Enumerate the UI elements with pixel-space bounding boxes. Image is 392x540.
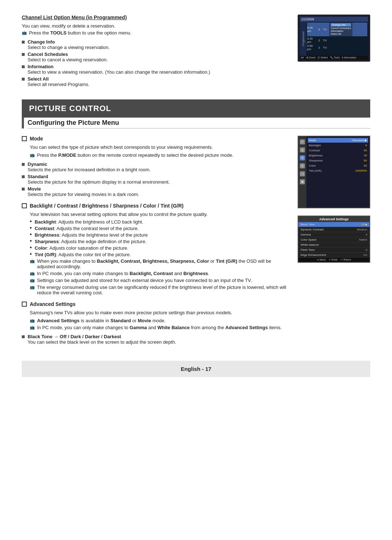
tv-date: 1/1/2009 [301,17,314,21]
dynamic-label: Dynamic [28,161,47,167]
movie-desc: Selects the picture for viewing movies i… [28,192,139,197]
advanced-heading-row: Advanced Settings [22,301,287,307]
advanced-section: Advanced Settings Samsung's new TVs allo… [22,301,287,345]
note-icon-adv1: 📺 [30,318,35,323]
pic-row-color-value: 50 [364,164,367,167]
backlight-note3-text: Settings can be adjusted and stored for … [37,278,252,283]
standard-bullet [22,175,25,178]
brightness-text: Brightness: Adjusts the brightness level… [35,232,148,238]
adv-black-label: Black Tone [301,223,315,226]
tv-main-time: 9:08 am [307,26,317,33]
contrast-text: Contrast: Adjusts the contrast level of … [35,226,139,231]
tv-row2-type: TV [323,46,328,49]
tv-bar-info: ℹ Information [342,56,356,59]
advanced-note2: 📺 In PC mode, you can only make changes … [30,325,287,330]
top-tools-note: 📺 Press the TOOLS button to use the opti… [22,30,287,36]
note-icon-1: 📺 [22,30,27,35]
tv-pic-row-brightness: Brightness 45 [308,153,368,158]
movie-item: Movie Selects the picture for viewing mo… [22,186,287,197]
contrast-dot: • [30,225,32,231]
bullet-square-3 [22,65,25,68]
advanced-checkbox-icon [22,302,27,307]
tv-row1-type: TV [323,39,328,42]
color-text: Color: Adjusts color saturation of the p… [35,245,128,251]
pic-row-mode-value: : Standard [351,139,364,142]
tv-adv-row-black: Black Tone Off ▶ [298,222,369,227]
backlight-section: Backlight / Contrast / Brightness / Shar… [22,203,287,296]
brightness-item: • Brightness: Adjusts the brightness lev… [30,232,287,238]
tv-row1-ch: 2 [318,39,322,42]
bullet-change-info-content: Change Info Select to change a viewing r… [28,39,110,50]
backlight-text: Backlight: Adjusts the brightness of LCD… [35,219,143,225]
backlight-heading-row: Backlight / Contrast / Brightness / Shar… [22,203,287,209]
backlight-note3: 📺 Settings can be adjusted and stored fo… [30,278,287,283]
backlight-note2: 📺 In PC mode, you can only make changes … [30,271,287,276]
dynamic-bullet [22,163,25,166]
tv-pic-icon-4: ◎ [300,163,305,168]
pic-row-sharpness-value: 50 [364,159,367,162]
backlight-checkbox-icon [22,203,27,208]
bullet-select-all: Select All Select all reserved Programs. [22,76,287,87]
standard-item: Standard Selects the picture for the opt… [22,174,287,185]
tv-row-main: 9:08 am 5 TV Change Info Cancel Schedule… [307,22,367,36]
black-tone-item: Black Tone → Off / Dark / Darker / Darke… [22,334,287,345]
movie-label: Movie [28,186,41,192]
configuring-bar [22,118,24,128]
tv-menu-info: Information [331,30,351,32]
information-label: Information [28,64,54,69]
change-info-desc: Select to change a viewing reservation. [28,45,110,50]
black-tone-bullet [22,335,25,338]
top-tv-screen: 1/1/2009 Programmed 9:08 am 5 TV Change … [298,15,370,89]
advanced-settings-tv: Advanced Settings Black Tone Off ▶ Dynam… [298,216,370,263]
sharpness-dot: • [30,238,32,244]
pic-row-tint-label: Tint (G/R) [309,169,322,172]
pic-row-brightness-label: Brightness [309,154,323,157]
adv-wb-label: White balance [301,243,319,246]
tv-main-type: TV [323,28,328,31]
adv-colorspace-value: Native [359,238,367,241]
adv-dcontrast-value: Medium [357,228,367,231]
tv-pic-sidebar: P Q ⚙ ◎ ◁ ▦ [298,136,306,208]
tv-adv-row-dcontrast: Dynamic Contrast Medium [298,227,369,232]
tv-pic-icon-2: Q [300,147,305,152]
main-content: Mode You can select the type of picture … [22,136,370,346]
tv-bar-zoom: ⊞ Zoom [306,56,316,59]
tv-pic-row-sharpness: Sharpness 50 [308,158,368,163]
pic-row-sharpness-label: Sharpness [309,159,323,162]
select-all-label: Select All [28,76,49,82]
tv-pic-icon-5: ◁ [300,171,305,176]
mode-note: 📺 Press the P.MODE button on the remote … [30,152,287,158]
tv-adv-row-wb: White balance [298,242,369,248]
tv-row-1: 3:15 pm 2 TV [307,37,367,44]
movie-bullet [22,188,25,191]
mode-section: Mode You can select the type of picture … [22,136,287,197]
mode-heading: Mode [30,136,43,142]
tv-pic-row-mode: Mode : Standard ▶ [308,138,368,143]
tv-bar-tools: 🔧 Tools [330,56,340,59]
tint-text: Tint (G/R): Adjusts the color tint of th… [35,252,131,257]
note-icon-bl3: 📺 [30,278,35,283]
bullet-square-2 [22,53,25,56]
color-dot: • [30,245,32,250]
configuring-title: Configuring the Picture Menu [28,118,370,128]
top-intro2: Press the TOOLS button to use the option… [29,30,131,36]
contrast-item: • Contrast: Adjusts the contrast level o… [30,226,287,231]
cancel-schedules-desc: Select to cancel a viewing reservation. [28,57,108,62]
adv-colorspace-label: Color Space [301,238,317,241]
adv-dcontrast-label: Dynamic Contrast [301,228,324,231]
dynamic-desc: Selects the picture for increased defini… [28,167,151,172]
tv-menu-change: Change Info [331,23,351,26]
mode-checkbox-icon [22,136,27,141]
bullet-cancel-schedules: Cancel Schedules Select to cancel a view… [22,52,287,62]
tv-main-ch: 5 [318,28,322,31]
tv-content: Programmed 9:08 am 5 TV Change Info Canc… [300,22,368,56]
tv-row2-ch: 2 [318,46,322,49]
note-icon-bl1: 📺 [30,259,35,263]
standard-label: Standard [28,174,48,179]
channel-list-tv: 1/1/2009 Programmed 9:08 am 5 TV Change … [298,15,370,62]
channel-list-heading: Channel List Option Menu (in Programmed) [22,15,287,20]
top-section: Channel List Option Menu (in Programmed)… [22,15,370,89]
tv-sidebar: Programmed [300,22,306,56]
tv-adv-bottom: ⇔ Move ↵ Enter ↩ Return [298,258,369,262]
adv-flesh-label: Flesh Tone [301,248,315,251]
